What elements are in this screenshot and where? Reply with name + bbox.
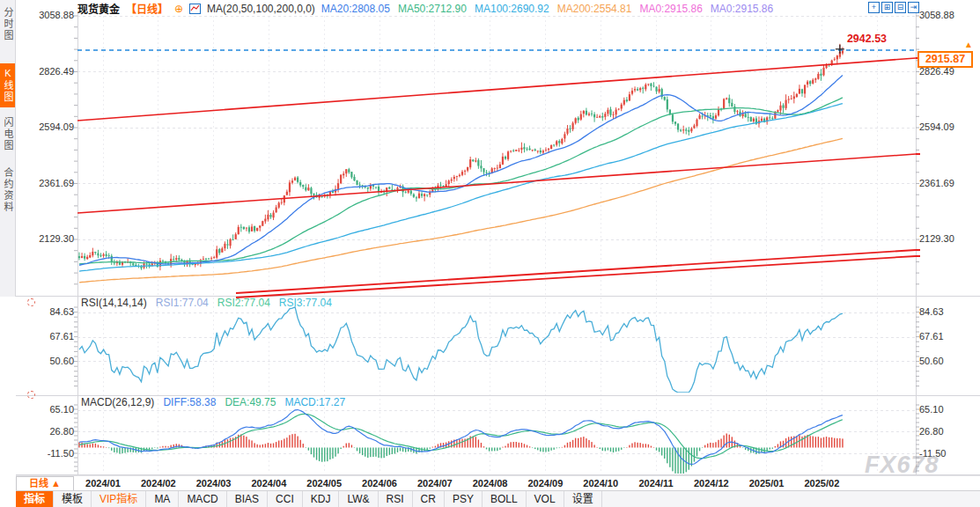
axis-tick-label: 67.61 [26,331,74,342]
toolbar-tab-CCI[interactable]: CCI [268,491,303,507]
add-indicator-icon[interactable]: ⊕ [174,3,183,15]
month-label: 2024/02 [136,478,181,489]
period-selector-button[interactable]: 日线 ▲ [16,476,74,491]
toolbar-tab-指标[interactable]: 指标 [16,491,54,507]
toolbar-tab-MACD[interactable]: MACD [179,491,226,507]
macd-value: MACD:17.27 [284,396,345,408]
ma-value: MA100:2690.92 [475,3,549,15]
macd-legend: DIFF:58.38DEA:49.75MACD:17.27 [163,396,345,408]
symbol-name: 现货黄金 [77,1,120,16]
toolbar-tab-BOLL[interactable]: BOLL [483,491,527,507]
month-label: 2025/02 [799,478,844,489]
toolbar-tab-RSI[interactable]: RSI [379,491,413,507]
sidebar-item-contract[interactable]: 合约资料 [0,163,15,217]
axis-tick-label: 26.80 [26,426,74,437]
month-label: 2024/04 [246,478,291,489]
macd-value: DIFF:58.38 [163,396,216,408]
left-price-axis: 3058.882826.492594.092361.692129.3084.63… [26,0,74,475]
toolbar-tab-PSY[interactable]: PSY [445,491,483,507]
macd-value: DEA:49.75 [225,396,276,408]
axis-tick-label: 65.10 [919,404,944,415]
macd-settings-icon[interactable] [27,391,35,399]
ma-value: MA200:2554.81 [557,3,632,15]
ma-value: MA0:2915.86 [711,3,773,15]
left-sidebar: 分时图K线图闪电图合约资料 [0,0,16,297]
indicator-chart-icon [189,4,201,14]
axis-tick-label: 50.60 [919,356,944,366]
toolbar-tab-设置[interactable]: 设置 [564,491,602,507]
month-label: 2024/06 [357,478,402,489]
sidebar-item-fenshi[interactable]: 分时图 [0,3,15,46]
axis-tick-label: 84.63 [26,306,74,317]
axis-tick-label: 65.10 [26,404,74,415]
current-price-value: 2915.87 [925,53,965,65]
rsi-panel-header: RSI(14,14,14) RSI1:77.04RSI2:77.04RSI3:7… [81,297,332,309]
pan-icon[interactable]: + [868,2,880,13]
month-label: 2024/03 [191,478,237,489]
period-tag[interactable]: 【日线】 [126,1,168,16]
toolbar-tab-VIP指标[interactable]: VIP指标 [92,491,146,507]
axis-tick-label: 2129.30 [26,233,74,244]
ma-value: MA0:2915.86 [639,3,702,15]
ma-value: MA20:2808.05 [321,3,390,15]
ma-settings-label[interactable]: MA(20,50,100,200,0,0) [207,3,315,15]
toolbar-tab-模板[interactable]: 模板 [54,491,92,507]
sidebar-item-kline[interactable]: K线图 [0,63,15,107]
month-label: 2024/07 [412,478,458,489]
rsi-value: RSI3:77.04 [279,297,332,309]
axis-tick-label: 2129.30 [919,233,954,244]
axis-tick-label: 2594.09 [26,121,74,132]
macd-title[interactable]: MACD(26,12,9) [81,396,154,408]
macd-panel-header: MACD(26,12,9) DIFF:58.38DEA:49.75MACD:17… [81,396,345,408]
ma-legend: MA20:2808.05MA50:2712.90MA100:2690.92MA2… [321,3,773,15]
axis-tick-label: 50.60 [26,356,74,366]
month-label: 2024/09 [522,478,568,489]
rsi-title[interactable]: RSI(14,14,14) [81,297,147,309]
period-selector-label: 日线 ▲ [29,478,61,489]
session-high-label: 2942.53 [847,33,887,45]
month-label: 2024/01 [80,478,126,489]
axis-tick-label: 3058.88 [919,10,954,20]
price-panel-header: 现货黄金 【日线】 ⊕ MA(20,50,100,200,0,0) MA20:2… [77,2,773,15]
toolbar-tab-VOL[interactable]: VOL [527,491,564,507]
rsi-value: RSI2:77.04 [217,297,270,309]
axis-tick-label: 26.80 [919,426,944,437]
toolbar-tab-CR[interactable]: CR [413,491,445,507]
rsi-legend: RSI1:77.04RSI2:77.04RSI3:77.04 [156,297,332,309]
axis-tick-label: 2361.69 [919,178,954,188]
timeline-bar: 日线 ▲ 2024/012024/022024/032024/042024/05… [16,475,980,490]
axis-tick-label: 3058.88 [26,10,74,20]
chart-toolbar: +⊞⊟⇥ [868,2,919,13]
month-label: 2025/01 [744,478,790,489]
month-label: 2024/12 [689,478,734,489]
price-alert-arrow: ▲ [964,40,973,49]
axis-tick-label: 2594.09 [919,121,954,132]
zoom-frame-icon[interactable]: ⊞ [881,2,893,13]
month-label: 2024/11 [633,478,679,489]
month-label: 2024/10 [578,478,623,489]
axis-tick-label: -11.50 [26,448,74,459]
axis-tick-label: 2361.69 [26,178,74,188]
toolbar-tab-LW&[interactable]: LW& [339,491,378,507]
scale-frame-icon[interactable]: ⊟ [895,2,906,13]
rsi-value: RSI1:77.04 [156,297,209,309]
bottom-toolbar: 指标模板VIP指标MAMACDBIASCCIKDJLW&RSICRPSYBOLL… [16,490,980,507]
app-window: 分时图K线图闪电图合约资料 现货黄金 【日线】 ⊕ MA(20,50,100,2… [0,0,980,507]
exit-right-icon[interactable]: ⇥ [908,2,919,13]
toolbar-tab-KDJ[interactable]: KDJ [303,491,340,507]
right-price-axis: 3058.882826.492594.092361.692129.3084.63… [919,0,976,475]
month-label: 2024/05 [301,478,347,489]
toolbar-tab-MA[interactable]: MA [146,491,179,507]
axis-tick-label: 67.61 [919,331,944,342]
toolbar-tab-BIAS[interactable]: BIAS [227,491,268,507]
rsi-settings-icon[interactable] [27,298,35,306]
month-label: 2024/08 [468,478,513,489]
ma-value: MA50:2712.90 [398,3,467,15]
current-price-tag: 2915.87 [917,51,973,68]
sidebar-item-flash[interactable]: 闪电图 [0,113,15,156]
axis-tick-label: 2826.49 [26,66,74,77]
axis-tick-label: 84.63 [919,306,944,317]
